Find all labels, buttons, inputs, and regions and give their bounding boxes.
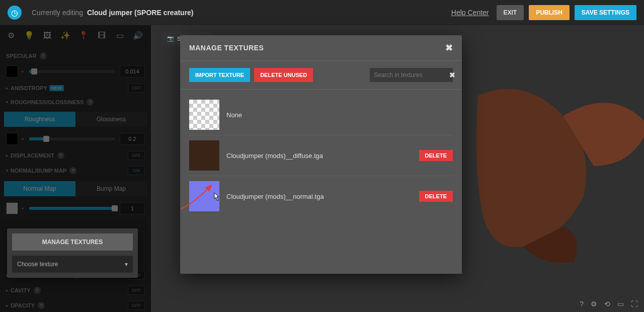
search-input[interactable] — [374, 71, 449, 79]
vr-icon[interactable]: ▭ — [617, 300, 624, 308]
import-texture-button[interactable]: IMPORT TEXTURE — [189, 68, 250, 82]
roughness-swatch[interactable] — [6, 133, 18, 145]
texture-row[interactable]: None — [189, 95, 453, 135]
texture-thumbnail[interactable] — [189, 100, 219, 130]
gear-icon[interactable]: ⚙ — [591, 300, 597, 308]
bumpmap-tab[interactable]: Bump Map — [75, 181, 147, 196]
help-icon[interactable]: ? — [38, 302, 45, 309]
refresh-icon[interactable]: ⟲ — [604, 300, 610, 308]
anisotropy-toggle[interactable]: OFF — [128, 84, 145, 93]
roughness-value[interactable]: 0.2 — [120, 133, 145, 145]
chevron-down-icon: ▾ — [125, 261, 128, 268]
help-icon[interactable]: ? — [34, 287, 41, 294]
texture-row[interactable]: Cloudjumper (mods)__diffuse.tgaDELETE — [189, 135, 453, 176]
delete-texture-button[interactable]: DELETE — [419, 191, 453, 202]
modal-title: MANAGE TEXTURES — [189, 44, 264, 52]
delete-texture-button[interactable]: DELETE — [419, 150, 453, 161]
close-icon[interactable]: ✖ — [445, 42, 453, 53]
specular-swatch[interactable] — [6, 65, 18, 77]
help-icon[interactable]: ? — [69, 167, 76, 174]
texture-popover: MANAGE TEXTURES Choose texture▾ — [7, 228, 138, 278]
vr-icon[interactable]: ▭ — [112, 28, 128, 44]
glossiness-tab[interactable]: Glossiness — [75, 112, 147, 127]
cavity-toggle[interactable]: OFF — [128, 286, 145, 295]
top-bar: ◷ Currently editing Cloud jumper (SPORE … — [0, 0, 644, 25]
roughness-section-label: ROUGHNESS/GLOSSINESS — [11, 99, 84, 105]
delete-unused-button[interactable]: DELETE UNUSED — [254, 68, 313, 82]
opacity-label: OPACITY — [11, 302, 35, 308]
texture-name: None — [226, 111, 453, 119]
help-icon[interactable]: ? — [40, 52, 47, 59]
chevron-down-icon[interactable]: ▾ — [20, 69, 25, 74]
fullscreen-icon[interactable]: ⛶ — [631, 300, 638, 308]
cavity-label: CAVITY — [11, 287, 31, 293]
normal-swatch[interactable] — [6, 202, 18, 214]
normalbump-toggle[interactable]: ON — [128, 166, 145, 175]
choose-texture-select[interactable]: Choose texture▾ — [12, 256, 133, 273]
publish-button[interactable]: PUBLISH — [529, 5, 570, 20]
normal-slider[interactable] — [29, 207, 115, 210]
search-textures[interactable]: ✖ — [370, 68, 453, 82]
manage-textures-modal: MANAGE TEXTURES ✖ IMPORT TEXTURE DELETE … — [180, 35, 462, 274]
normalmap-tab[interactable]: Normal Map — [4, 181, 75, 196]
normalbump-label: NORMAL/BUMP MAP — [11, 168, 66, 174]
normal-value[interactable]: 1 — [120, 202, 145, 214]
sidebar-tabs: ⚙ 💡 🖼 ✨ 📍 🎞 ▭ 🔊 — [0, 25, 151, 46]
image-icon[interactable]: 🖼 — [39, 28, 55, 44]
help-icon[interactable]: ? — [580, 300, 584, 308]
texture-name: Cloudjumper (mods)__normal.tga — [226, 193, 419, 200]
help-icon[interactable]: ? — [57, 152, 64, 159]
roughness-tab[interactable]: Roughness — [4, 112, 75, 127]
specular-label: Specular — [6, 53, 37, 59]
roughness-slider[interactable] — [29, 137, 115, 140]
editing-title: Cloud jumper (SPORE creature) — [87, 9, 194, 17]
help-center-link[interactable]: Help Center — [451, 9, 489, 17]
choose-texture-label: Choose texture — [17, 261, 58, 268]
displacement-label: DISPLACEMENT — [11, 152, 54, 159]
wand-icon[interactable]: ✨ — [57, 28, 73, 44]
texture-name: Cloudjumper (mods)__diffuse.tga — [226, 152, 419, 160]
camera-icon: 📷 — [167, 35, 174, 42]
specular-slider[interactable] — [29, 70, 115, 73]
texture-thumbnail[interactable] — [189, 181, 219, 211]
sound-icon[interactable]: 🔊 — [130, 28, 146, 44]
bulb-icon[interactable]: 💡 — [21, 28, 37, 44]
clear-search-icon[interactable]: ✖ — [449, 71, 455, 79]
texture-list: NoneCloudjumper (mods)__diffuse.tgaDELET… — [180, 90, 462, 274]
pin-icon[interactable]: 📍 — [75, 28, 92, 44]
anisotropy-label: ANISOTROPY — [11, 85, 47, 91]
chevron-down-icon[interactable]: ▾ — [20, 206, 25, 211]
specular-value[interactable]: 0.014 — [120, 65, 145, 77]
displacement-toggle[interactable]: OFF — [128, 151, 145, 160]
exit-button[interactable]: EXIT — [497, 5, 524, 20]
chevron-down-icon[interactable]: ▾ — [20, 137, 25, 141]
manage-textures-button[interactable]: MANAGE TEXTURES — [12, 233, 133, 251]
app-logo[interactable]: ◷ — [8, 6, 22, 20]
texture-thumbnail[interactable] — [189, 140, 219, 171]
gear-icon[interactable]: ⚙ — [3, 28, 19, 44]
new-badge: NEW — [49, 85, 64, 91]
opacity-toggle[interactable]: OFF — [128, 301, 145, 310]
editing-prefix: Currently editing — [32, 9, 83, 17]
help-icon[interactable]: ? — [87, 99, 94, 106]
save-settings-button[interactable]: SAVE SETTINGS — [575, 5, 636, 20]
texture-row[interactable]: Cloudjumper (mods)__normal.tgaDELETE — [189, 176, 453, 216]
viewport-toolbar: ? ⚙ ⟲ ▭ ⛶ — [580, 300, 638, 308]
film-icon[interactable]: 🎞 — [94, 28, 110, 44]
